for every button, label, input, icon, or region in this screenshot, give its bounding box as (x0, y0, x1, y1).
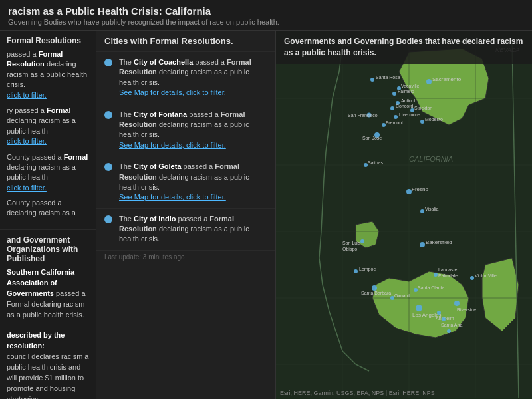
svg-text:Riverside: Riverside (457, 307, 476, 312)
svg-text:Santa Ana: Santa Ana (441, 323, 462, 327)
cities-panel-title: Cities with Formal Resolutions. (104, 36, 233, 46)
svg-text:Obispo: Obispo (342, 247, 357, 252)
fontana-filter-link[interactable]: See Map for details, click to filter. (119, 141, 226, 149)
coachella-filter-link[interactable]: See Map for details, click to filter. (119, 88, 226, 96)
svg-text:Lompoc: Lompoc (359, 267, 376, 272)
page-wrapper: racism as a Public Health Crisis: Califo… (0, 0, 532, 399)
svg-text:Victor Ville: Victor Ville (475, 273, 497, 278)
filter-link-1[interactable]: click to filter. (7, 91, 47, 99)
city-dot-fontana (104, 111, 112, 119)
map-title: Governments and Governing Bodies that ha… (276, 31, 532, 64)
map-panel: Governments and Governing Bodies that ha… (276, 31, 532, 399)
svg-text:Fresno: Fresno (412, 186, 428, 192)
city-item-coachella: The City of Coachella passed a Formal Re… (96, 52, 275, 104)
page-title: racism as a Public Health Crisis: Califo… (8, 5, 524, 17)
svg-text:San Francisco: San Francisco (348, 113, 378, 118)
svg-text:San Jose: San Jose (362, 136, 382, 140)
city-item-fontana: The City of Fontana passed a Formal Reso… (96, 104, 275, 157)
city-text-indio: The City of Indio passed a Formal Resolu… (119, 214, 267, 245)
svg-point-32 (420, 120, 424, 124)
svg-point-42 (420, 209, 424, 213)
org-block: Southern California Association of Gover… (7, 267, 89, 399)
svg-point-16 (370, 78, 374, 82)
svg-text:Fairfield: Fairfield (398, 89, 414, 94)
svg-text:Santa Rosa: Santa Rosa (376, 75, 400, 80)
city-item-indio: The City of Indio passed a Formal Resolu… (96, 209, 275, 251)
city-dot-goleta (104, 163, 112, 171)
svg-text:Salinas: Salinas (368, 160, 383, 165)
svg-text:Stockton: Stockton (414, 106, 432, 110)
svg-point-68 (442, 317, 446, 321)
svg-text:San Luis: San Luis (342, 241, 361, 245)
city-dot-indio (104, 215, 112, 223)
left-panel: Formal Resolutions passed a Formal Resol… (0, 31, 96, 399)
gov-orgs-section: and Government Organizations with Publis… (0, 230, 96, 399)
resolution-item-4: County passed a declaring racism as a (7, 198, 89, 219)
filter-link-3[interactable]: click to filter. (7, 184, 47, 192)
svg-text:CALIFORNIA: CALIFORNIA (409, 155, 453, 163)
svg-text:Santa Clarita: Santa Clarita (418, 285, 445, 290)
svg-point-49 (354, 269, 358, 273)
map-attribution: Esri, HERE, Garmin, USGS, EPA, NPS | Esr… (280, 390, 435, 396)
resolutions-title: Formal Resolutions (7, 36, 89, 45)
svg-text:Sacramento: Sacramento (432, 76, 462, 82)
svg-point-44 (360, 239, 364, 243)
page-subtitle: Governing Bodies who have publicly recog… (8, 18, 524, 26)
city-dot-coachella (104, 59, 112, 66)
svg-point-51 (434, 273, 438, 277)
svg-text:Palmdale: Palmdale (438, 273, 458, 278)
gov-orgs-title: and Government Organizations with Publis… (7, 235, 89, 263)
svg-text:Vacaville: Vacaville (401, 84, 420, 88)
city-item-goleta: The City of Goleta passed a Formal Resol… (96, 156, 275, 209)
svg-text:Visalia: Visalia (425, 207, 439, 211)
svg-point-14 (426, 79, 432, 84)
svg-point-56 (372, 285, 377, 291)
filter-link-2[interactable]: click to filter. (7, 137, 47, 145)
svg-text:Modesto: Modesto (425, 117, 443, 122)
svg-point-70 (447, 329, 451, 333)
svg-text:Oxnard: Oxnard (394, 293, 410, 298)
svg-point-47 (420, 242, 425, 247)
resolution-item-2: ry passed a Formal declaring racism as a… (7, 106, 89, 147)
resolutions-section: Formal Resolutions passed a Formal Resol… (0, 31, 96, 230)
svg-text:Lancaster: Lancaster (438, 267, 459, 272)
svg-point-24 (390, 106, 394, 110)
city-text-fontana: The City of Fontana passed a Formal Reso… (119, 110, 267, 151)
city-text-coachella: The City of Coachella passed a Formal Re… (119, 57, 267, 98)
svg-text:Bakersfield: Bakersfield (426, 239, 452, 245)
svg-point-40 (406, 189, 412, 194)
svg-text:Livermore: Livermore (399, 112, 420, 117)
svg-point-64 (454, 301, 460, 306)
svg-text:Santa Barbara: Santa Barbara (361, 291, 391, 295)
svg-point-28 (394, 115, 398, 119)
cities-list: The City of Coachella passed a Formal Re… (96, 52, 275, 399)
svg-text:Fremont: Fremont (386, 120, 403, 125)
svg-point-62 (416, 305, 422, 311)
resolution-item-1: passed a Formal Resolution declaring rac… (7, 49, 89, 100)
goleta-filter-link[interactable]: See Map for details, click to filter. (119, 193, 226, 201)
middle-header: Cities with Formal Resolutions. (96, 31, 275, 52)
header: racism as a Public Health Crisis: Califo… (0, 0, 532, 31)
last-update: Last update: 3 minutes ago (96, 251, 275, 263)
svg-point-54 (470, 276, 474, 280)
svg-point-66 (437, 311, 441, 315)
california-map: Sacramento Santa Rosa Vacaville Fairfiel… (276, 31, 532, 399)
svg-point-20 (392, 92, 396, 96)
main-content: Formal Resolutions passed a Formal Resol… (0, 31, 532, 399)
svg-text:Antioch: Antioch (401, 98, 416, 103)
resolution-item-3: County passed a Formal declaring racism … (7, 152, 89, 194)
svg-text:Concord: Concord (396, 104, 414, 108)
middle-panel: Cities with Formal Resolutions. The City… (96, 31, 276, 399)
city-text-goleta: The City of Goleta passed a Formal Resol… (119, 162, 267, 203)
